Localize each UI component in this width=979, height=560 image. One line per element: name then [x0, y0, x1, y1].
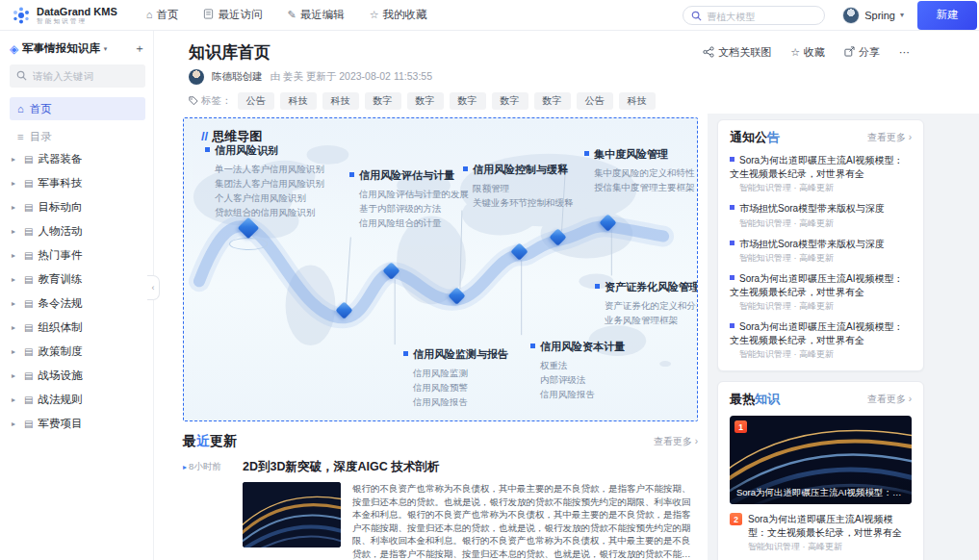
cube-icon: ◈ — [10, 42, 18, 56]
nav-item-recent-edits[interactable]: ✎ 最近编辑 — [287, 8, 344, 22]
doc-icon: ▤ — [24, 226, 33, 237]
rank-badge: 2 — [730, 513, 742, 525]
tree-label: 人物活动 — [38, 224, 82, 239]
chevron-left-icon: ‹ — [152, 283, 155, 293]
tag[interactable]: 数字 — [492, 92, 528, 110]
sidebar-search-input[interactable] — [10, 64, 145, 88]
nav-label: 我的收藏 — [383, 8, 427, 22]
doc-icon: ▤ — [24, 202, 33, 213]
tag[interactable]: 数字 — [450, 92, 486, 110]
sidebar-item-policy[interactable]: ▸▤政策制度 — [10, 340, 145, 364]
article-title[interactable]: 2D到3D新突破，深度AIGC 技术剖析 — [243, 459, 698, 475]
nav-item-favorites[interactable]: ☆ 我的收藏 — [370, 8, 427, 22]
chevron-down-icon: ▾ — [900, 11, 904, 19]
sidebar-item-targets[interactable]: ▸▤目标动向 — [10, 195, 145, 219]
tree-caret-icon: ▸ — [12, 371, 19, 380]
doc-icon: ▤ — [24, 395, 33, 405]
recent-more-link[interactable]: 查看更多 › — [654, 435, 698, 448]
bullet-icon — [730, 241, 734, 245]
tag[interactable]: 公告 — [577, 92, 613, 110]
sidebar-item-projects[interactable]: ▸▤军费项目 — [10, 412, 145, 436]
marker-ring — [229, 238, 268, 250]
mindmap-canvas[interactable]: //思维导图 — [183, 117, 698, 421]
sidebar-home-label: 首页 — [30, 102, 52, 116]
sidebar-item-organization[interactable]: ▸▤组织体制 — [10, 316, 145, 340]
notice-more-link[interactable]: 查看更多 › — [867, 131, 912, 144]
notice-meta: 智能知识管理 · 高峰更新 — [730, 348, 912, 361]
mindmap-node[interactable]: 信用风险控制与缓释 限额管理关键业务环节控制和缓释 — [463, 163, 574, 210]
hot-knowledge-card: 最热知识 查看更多 › 1 — [717, 381, 924, 560]
add-kb-button[interactable]: ＋ — [134, 40, 145, 57]
tree-caret-icon: ▸ — [12, 323, 19, 332]
tree-label: 目标动向 — [38, 200, 82, 215]
sidebar-item-people[interactable]: ▸▤人物活动 — [10, 219, 145, 243]
favorite-button[interactable]: ☆ 收藏 — [790, 45, 825, 60]
mindmap-node[interactable]: 信用风险资本计量 权重法内部评级法信用风险报告 — [530, 340, 625, 401]
sidebar-collapse-handle[interactable]: ‹ — [147, 275, 160, 300]
tree-label: 教育训练 — [38, 272, 82, 287]
tag[interactable]: 科技 — [280, 92, 317, 110]
recent-updates-title: 最近更新 — [183, 433, 237, 450]
kb-title: 军事情报知识库 — [22, 41, 100, 56]
more-button[interactable]: ⋯ — [899, 46, 910, 59]
kb-switcher[interactable]: ◈ 军事情报知识库 ▾ ＋ — [10, 38, 145, 64]
sidebar-item-tactics[interactable]: ▸▤战法规则 — [10, 388, 145, 412]
doc-relation-button[interactable]: 文档关联图 — [703, 45, 771, 60]
notice-item[interactable]: Sora为何出道即碾压主流AI视频模型：文生视频最长纪录，对世界有全 智能知识管… — [730, 272, 912, 313]
sidebar-search — [10, 64, 145, 88]
nav-item-recent-visits[interactable]: 最近访问 — [203, 8, 262, 22]
clipboard-icon — [203, 9, 214, 21]
notice-meta: 智能知识管理 · 高峰更新 — [730, 300, 912, 313]
mindmap-node[interactable]: 信用风险监测与报告 信用风险监测信用风险预警信用风险报告 — [403, 347, 508, 409]
global-search-input[interactable] — [683, 8, 824, 25]
tag[interactable]: 数字 — [534, 92, 571, 110]
tree-label: 条令法规 — [38, 296, 82, 311]
notice-meta: 智能知识管理 · 高峰更新 — [730, 217, 912, 230]
sidebar-item-regulations[interactable]: ▸▤条令法规 — [10, 292, 145, 316]
tree-caret-icon: ▸ — [12, 227, 19, 236]
hot-item[interactable]: 2 Sora为何出道即碾压主流AI视频模型：文生视频最长纪录，对世界有全智能知识… — [730, 513, 912, 553]
node-bullet-icon — [595, 284, 600, 289]
hot-featured-item[interactable]: 1 Sora为何出道即碾压主流AI视频模型：文生视频最长纪录，对世界有全 — [730, 416, 912, 504]
notice-item[interactable]: 市场担忧Sora模型带来版权与深度 智能知识管理 · 高峰更新 — [730, 238, 912, 266]
mindmap-node[interactable]: 资产证券化风险管理 资产证券化的定义和分类业务风险管理框架 — [595, 280, 698, 327]
user-menu[interactable]: Spring ▾ — [842, 7, 904, 24]
tag[interactable]: 科技 — [322, 92, 359, 110]
notice-board-title: 通知公告 — [730, 129, 780, 146]
article-item[interactable]: ▸8小时前 2D到3D新突破，深度AIGC 技术剖析 — [183, 459, 698, 560]
sidebar-item-events[interactable]: ▸▤热门事件 — [10, 243, 145, 267]
doc-icon: ▤ — [24, 154, 33, 165]
sidebar-item-weapons[interactable]: ▸▤武器装备 — [10, 147, 145, 171]
tag[interactable]: 数字 — [407, 92, 444, 110]
nav-item-home[interactable]: ⌂ 首页 — [146, 8, 179, 22]
sidebar-item-catalog[interactable]: ≡ 目录 — [10, 126, 145, 147]
page-meta: 陈德聪创建 由 姜美 更新于 2023-08-02 11:53:55 — [189, 69, 910, 85]
share-icon — [844, 46, 855, 59]
brand-logo[interactable]: DataGrand KMS 智能知识管理 — [12, 6, 117, 25]
sidebar-item-home[interactable]: ⌂ 首页 — [10, 97, 145, 120]
notice-meta: 智能知识管理 · 高峰更新 — [730, 182, 912, 194]
tag[interactable]: 科技 — [619, 92, 656, 110]
article-time: 8小时前 — [189, 461, 221, 471]
sidebar-item-training[interactable]: ▸▤教育训练 — [10, 267, 145, 292]
home-icon: ⌂ — [146, 10, 153, 20]
node-bullet-icon — [463, 166, 468, 171]
hot-knowledge-title: 最热知识 — [730, 391, 780, 408]
mindmap-node[interactable]: 集中度风险管理 集中度风险的定义和特性授信集中度管理主要框架 — [584, 147, 695, 194]
page-header: 知识库首页 文档关联图 ☆ 收藏 分享 — [154, 31, 979, 114]
hot-more-link[interactable]: 查看更多 › — [867, 393, 912, 406]
mindmap-node[interactable]: 信用风险评估与计量 信用风险评估与计量的发展基于内部评级的方法信用风险组合的计量 — [349, 168, 469, 230]
notice-item[interactable]: 市场担忧Sora模型带来版权与深度 智能知识管理 · 高峰更新 — [730, 202, 912, 230]
tag[interactable]: 数字 — [365, 92, 401, 110]
sidebar-item-facilities[interactable]: ▸▤战场设施 — [10, 364, 145, 388]
notice-item[interactable]: Sora为何出道即碾压主流AI视频模型：文生视频最长纪录，对世界有全 智能知识管… — [730, 320, 912, 361]
tree-caret-icon: ▸ — [12, 395, 19, 404]
notice-item[interactable]: Sora为何出道即碾压主流AI视频模型：文生视频最长纪录，对世界有全 智能知识管… — [730, 154, 912, 194]
global-search — [683, 6, 825, 25]
sidebar-item-miltech[interactable]: ▸▤军事科技 — [10, 171, 145, 195]
tag[interactable]: 公告 — [238, 92, 274, 110]
share-button[interactable]: 分享 — [844, 45, 880, 60]
rank-badge: 1 — [734, 420, 747, 433]
mindmap-node[interactable]: 信用风险识别 单一法人客户信用风险识别集团法人客户信用风险识别个人客户信用风险识… — [205, 143, 324, 219]
new-button[interactable]: 新建 — [917, 1, 977, 30]
